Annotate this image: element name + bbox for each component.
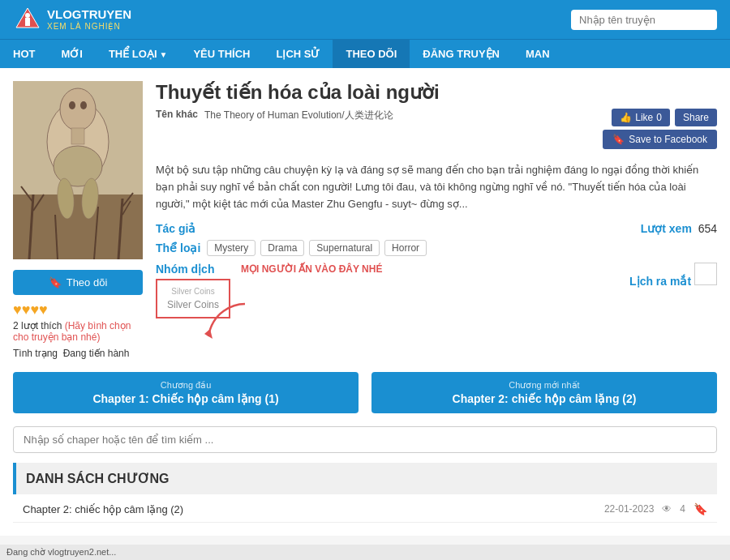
nav-man[interactable]: MAN	[513, 40, 563, 68]
info-column: Thuyết tiến hóa của loài người Tên khác …	[156, 81, 717, 359]
status-row: Tình trạng Đang tiến hành	[13, 348, 143, 359]
author-row: Tác giả	[156, 222, 195, 235]
logo-main-text: VLOGTRUYEN	[47, 8, 131, 22]
nav-yeuthich[interactable]: YÊU THÍCH	[180, 40, 263, 68]
group-section: Nhóm dịch Silver Coins Silver Coins MỌI …	[156, 263, 230, 318]
chevron-down-icon: ▼	[160, 50, 168, 59]
nav-theloai[interactable]: THỂ LOẠI▼	[96, 40, 181, 68]
share-button[interactable]: Share	[675, 109, 717, 126]
nav-dangtruyen[interactable]: ĐĂNG TRUYỆN	[410, 40, 513, 68]
header: VLOGTRUYEN XEM LÀ NGHIỆN	[0, 0, 730, 39]
chapter-date: 22-01-2023	[604, 503, 654, 515]
table-row: Chapter 2: chiếc hộp câm lặng (2) 22-01-…	[13, 496, 717, 523]
chapter-buttons: Chương đầu Chapter 1: Chiếc hộp câm lặng…	[13, 372, 717, 413]
manga-title: Thuyết tiến hóa của loài người	[156, 81, 717, 104]
latest-chapter-button[interactable]: Chương mới nhất Chapter 2: chiếc hộp câm…	[371, 372, 717, 413]
first-chapter-button[interactable]: Chương đầu Chapter 1: Chiếc hộp câm lặng…	[13, 372, 359, 413]
svg-point-2	[25, 13, 30, 18]
annotation-text: MỌI NGƯỜI ẤN VÀO ĐÂY NHÉ	[241, 263, 382, 275]
nav-lichsu[interactable]: LỊCH SỬ	[263, 40, 333, 68]
bookmark-icon: 🔖	[49, 276, 62, 289]
release-section: Lịch ra mắt	[629, 263, 717, 288]
main-nav: HOT MỚI THỂ LOẠI▼ YÊU THÍCH LỊCH SỬ THEO…	[0, 39, 730, 68]
chapter-list: Chapter 2: chiếc hộp câm lặng (2) 22-01-…	[13, 496, 717, 523]
genre-mystery[interactable]: Mystery	[207, 240, 256, 256]
bookmark-chapter-icon[interactable]: 🔖	[694, 502, 707, 515]
annotation-arrow	[200, 300, 249, 340]
nav-theodoi[interactable]: THEO DÕI	[333, 40, 410, 68]
cover-column: 🔖 Theo dõi ♥♥♥♥ 2 lượt thích (Hãy bình c…	[13, 81, 143, 359]
save-facebook-button[interactable]: 🔖 Save to Facebook	[603, 130, 717, 149]
alt-name-row: Tên khác The Theory of Human Evolution/人…	[156, 109, 393, 122]
likes-text: 2 lượt thích (Hãy bình chọn cho truyện b…	[13, 320, 143, 343]
chapter-views: 4	[680, 503, 685, 515]
nav-hot[interactable]: HOT	[0, 40, 48, 68]
chapter-search-input[interactable]	[13, 426, 717, 453]
main-content: 🔖 Theo dõi ♥♥♥♥ 2 lượt thích (Hãy bình c…	[0, 68, 730, 536]
genre-label: Thể loại	[156, 242, 200, 254]
genre-drama[interactable]: Drama	[260, 240, 304, 256]
manga-description: Một bộ sưu tập những câu chuyện kỳ lạ và…	[156, 162, 717, 212]
rating-stars[interactable]: ♥♥♥♥	[13, 301, 143, 318]
follow-button[interactable]: 🔖 Theo dõi	[13, 270, 143, 295]
svg-rect-1	[25, 18, 30, 26]
thumbs-up-icon: 👍	[620, 112, 632, 123]
eye-icon: 👁	[662, 503, 672, 515]
logo-area: VLOGTRUYEN XEM LÀ NGHIỆN	[13, 5, 131, 34]
svg-point-17	[80, 101, 87, 109]
genre-tags: Mystery Drama Supernatural Horror	[207, 240, 427, 256]
svg-marker-22	[204, 329, 213, 339]
views-row: Lượt xem 654	[641, 222, 717, 235]
logo-icon	[13, 5, 42, 34]
svg-point-16	[69, 101, 75, 109]
svg-point-15	[60, 88, 96, 130]
chapter-list-header: DANH SÁCH CHƯƠNG	[13, 463, 717, 494]
genre-horror[interactable]: Horror	[384, 240, 427, 256]
genre-supernatural[interactable]: Supernatural	[309, 240, 380, 256]
cover-image	[13, 81, 143, 259]
logo-sub-text: XEM LÀ NGHIỆN	[47, 22, 131, 31]
manga-info: 🔖 Theo dõi ♥♥♥♥ 2 lượt thích (Hãy bình c…	[13, 81, 717, 359]
nav-moi[interactable]: MỚI	[48, 40, 95, 68]
chapter-link[interactable]: Chapter 2: chiếc hộp câm lặng (2)	[23, 503, 183, 515]
release-box	[694, 263, 717, 285]
chapter-meta: 22-01-2023 👁 4 🔖	[604, 502, 707, 515]
group-logo-text: Silver Coins	[167, 287, 219, 296]
svg-rect-18	[71, 128, 84, 144]
bookmark-fb-icon: 🔖	[612, 134, 625, 145]
fb-like-button[interactable]: 👍 Like 0	[612, 109, 670, 126]
search-input[interactable]	[571, 10, 717, 30]
